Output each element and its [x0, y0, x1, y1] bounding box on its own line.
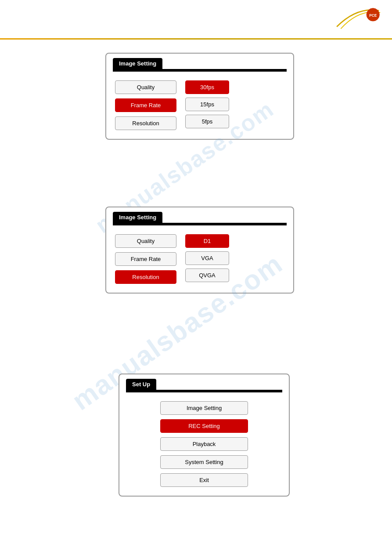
logo-area: PCE: [331, 7, 383, 33]
panel1-content: Quality Frame Rate Resolution 30fps 15fp…: [106, 78, 293, 139]
panel1-5fps-btn[interactable]: 5fps: [185, 115, 229, 128]
panel1-15fps-btn[interactable]: 15fps: [185, 98, 229, 111]
panel2-left: Quality Frame Rate Resolution: [115, 234, 176, 284]
panel1-right: 30fps 15fps 5fps: [185, 80, 229, 130]
panel-resolution: Image Setting Quality Frame Rate Resolut…: [105, 207, 294, 294]
panel2-tab: Image Setting: [113, 212, 162, 223]
panel2-vga-btn[interactable]: VGA: [185, 251, 229, 265]
panel3-bar: [126, 390, 282, 392]
logo-svg: PCE: [331, 7, 383, 31]
panel1-framerate-btn[interactable]: Frame Rate: [115, 98, 176, 112]
panel1-resolution-btn[interactable]: Resolution: [115, 116, 176, 130]
panel1-quality-btn[interactable]: Quality: [115, 80, 176, 94]
panel2-resolution-btn[interactable]: Resolution: [115, 270, 176, 284]
panel2-d1-btn[interactable]: D1: [185, 234, 229, 248]
panel3-playback-btn[interactable]: Playback: [160, 437, 248, 451]
svg-text:PCE: PCE: [369, 14, 377, 18]
panel2-quality-btn[interactable]: Quality: [115, 234, 176, 248]
panel2-content: Quality Frame Rate Resolution D1 VGA QVG…: [106, 232, 293, 293]
panel3-exit-btn[interactable]: Exit: [160, 473, 248, 487]
header-line: [0, 38, 392, 40]
panel3-systemsetting-btn[interactable]: System Setting: [160, 455, 248, 469]
panel3-tab: Set Up: [126, 379, 156, 390]
panel2-right: D1 VGA QVGA: [185, 234, 229, 284]
panel1-bar: [113, 69, 287, 72]
panel3-imagesetting-btn[interactable]: Image Setting: [160, 401, 248, 415]
panel-setup: Set Up Image Setting REC Setting Playbac…: [119, 374, 290, 497]
panel-frame-rate: Image Setting Quality Frame Rate Resolut…: [105, 53, 294, 140]
panel3-recsetting-btn[interactable]: REC Setting: [160, 419, 248, 433]
panel1-tab: Image Setting: [113, 58, 162, 69]
panel2-bar: [113, 223, 287, 225]
panel2-framerate-btn[interactable]: Frame Rate: [115, 252, 176, 266]
panel3-content: Image Setting REC Setting Playback Syste…: [119, 399, 289, 496]
panel1-30fps-btn[interactable]: 30fps: [185, 80, 229, 94]
panel2-qvga-btn[interactable]: QVGA: [185, 268, 229, 282]
panel1-left: Quality Frame Rate Resolution: [115, 80, 176, 130]
